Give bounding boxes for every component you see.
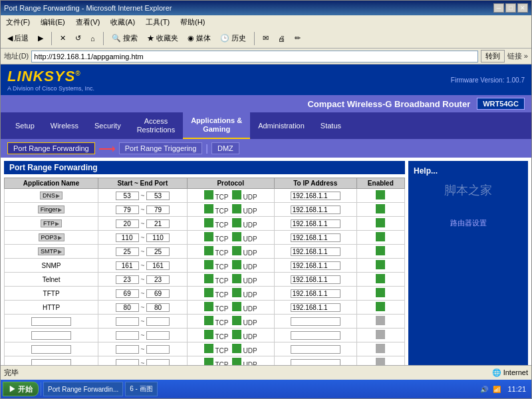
- taskbar-item-ie[interactable]: Port Range Forwardin...: [43, 382, 123, 396]
- start-port-input[interactable]: [116, 192, 139, 200]
- links-button[interactable]: 链接 »: [507, 51, 528, 61]
- udp-button[interactable]: [232, 190, 241, 200]
- media-button[interactable]: ◉ 媒体: [184, 31, 214, 45]
- enabled-button[interactable]: [376, 316, 385, 325]
- enabled-button[interactable]: [376, 274, 385, 283]
- close-button[interactable]: ✕: [517, 3, 528, 13]
- app-name-button[interactable]: POP3 ▶: [39, 233, 65, 241]
- sub-nav-port-range-triggering[interactable]: Port Range Triggering: [119, 142, 203, 154]
- start-port-input[interactable]: [116, 303, 139, 312]
- start-button[interactable]: ▶ 开始: [3, 382, 39, 396]
- ip-address-input[interactable]: [291, 317, 340, 326]
- udp-button[interactable]: [232, 246, 241, 255]
- app-name-button[interactable]: Finger ▶: [38, 205, 65, 213]
- end-port-input[interactable]: [146, 205, 170, 214]
- home-button[interactable]: ⌂: [87, 33, 98, 45]
- ip-address-input[interactable]: [291, 345, 340, 354]
- udp-button[interactable]: [232, 288, 241, 297]
- tcp-button[interactable]: [204, 344, 213, 353]
- udp-button[interactable]: [232, 316, 241, 325]
- history-button[interactable]: 🕒 历史: [217, 31, 249, 45]
- minimize-button[interactable]: ─: [493, 3, 504, 13]
- start-port-input[interactable]: [116, 317, 139, 326]
- app-name-button[interactable]: FTP ▶: [41, 219, 62, 227]
- tab-security[interactable]: Security: [86, 118, 129, 134]
- tcp-button[interactable]: [204, 274, 213, 283]
- address-input[interactable]: [31, 51, 478, 63]
- start-port-input[interactable]: [116, 331, 139, 340]
- enabled-button[interactable]: [376, 190, 385, 200]
- ip-address-input[interactable]: [291, 275, 340, 284]
- end-port-input[interactable]: [146, 317, 170, 326]
- ip-address-input[interactable]: [291, 359, 340, 365]
- enabled-button[interactable]: [376, 218, 385, 227]
- ip-address-input[interactable]: [291, 219, 340, 228]
- favorites-button[interactable]: ★ 收藏夹: [144, 31, 182, 45]
- app-name-input[interactable]: [31, 317, 71, 326]
- udp-button[interactable]: [232, 330, 241, 339]
- enabled-button[interactable]: [376, 246, 385, 255]
- udp-button[interactable]: [232, 232, 241, 241]
- end-port-input[interactable]: [146, 275, 170, 284]
- maximize-button[interactable]: □: [505, 3, 516, 13]
- enabled-button[interactable]: [376, 302, 385, 311]
- ip-address-input[interactable]: [291, 205, 340, 214]
- tab-wireless[interactable]: Wireless: [43, 118, 86, 134]
- end-port-input[interactable]: [146, 303, 170, 312]
- start-port-input[interactable]: [116, 289, 139, 298]
- tcp-button[interactable]: [204, 358, 213, 365]
- menu-view[interactable]: 查看(V): [74, 17, 102, 28]
- taskbar-item-paint[interactable]: 6 - 画图: [125, 382, 157, 396]
- start-port-input[interactable]: [116, 247, 139, 256]
- tcp-button[interactable]: [204, 232, 213, 241]
- start-port-input[interactable]: [116, 233, 139, 242]
- refresh-button[interactable]: ↺: [72, 32, 84, 45]
- ip-address-input[interactable]: [291, 303, 340, 312]
- forward-button[interactable]: ▶: [35, 32, 47, 45]
- tcp-button[interactable]: [204, 302, 213, 311]
- app-name-input[interactable]: [31, 359, 71, 365]
- menu-file[interactable]: 文件(F): [4, 17, 32, 28]
- tab-applications-gaming[interactable]: Applications &Gaming: [183, 112, 250, 139]
- udp-button[interactable]: [232, 344, 241, 353]
- app-name-button[interactable]: DNS ▶: [40, 192, 63, 200]
- end-port-input[interactable]: [146, 233, 170, 242]
- tab-setup[interactable]: Setup: [7, 118, 43, 134]
- menu-tools[interactable]: 工具(T): [144, 17, 172, 28]
- udp-button[interactable]: [232, 358, 241, 365]
- mail-button[interactable]: ✉: [259, 32, 272, 45]
- tcp-button[interactable]: [204, 246, 213, 255]
- sub-nav-port-range-forwarding[interactable]: Port Range Forwarding: [7, 142, 95, 154]
- search-button[interactable]: 🔍 搜索: [108, 31, 141, 45]
- end-port-input[interactable]: [146, 219, 170, 228]
- udp-button[interactable]: [232, 218, 241, 227]
- enabled-button[interactable]: [376, 330, 385, 339]
- end-port-input[interactable]: [146, 247, 170, 256]
- end-port-input[interactable]: [146, 345, 170, 354]
- start-port-input[interactable]: [116, 261, 139, 270]
- udp-button[interactable]: [232, 260, 241, 269]
- enabled-button[interactable]: [376, 358, 385, 365]
- tcp-button[interactable]: [204, 330, 213, 339]
- enabled-button[interactable]: [376, 204, 385, 213]
- go-button[interactable]: 转到: [481, 50, 505, 63]
- enabled-button[interactable]: [376, 288, 385, 297]
- end-port-input[interactable]: [146, 331, 170, 340]
- enabled-button[interactable]: [376, 344, 385, 353]
- print-button[interactable]: 🖨: [275, 33, 289, 45]
- ip-address-input[interactable]: [291, 331, 340, 340]
- menu-help[interactable]: 帮助(H): [178, 17, 207, 28]
- tab-access-restrictions[interactable]: AccessRestrictions: [129, 113, 183, 138]
- ip-address-input[interactable]: [291, 192, 340, 200]
- tab-status[interactable]: Status: [313, 118, 349, 134]
- end-port-input[interactable]: [146, 192, 170, 200]
- sub-nav-dmz[interactable]: DMZ: [211, 142, 239, 154]
- ip-address-input[interactable]: [291, 233, 340, 242]
- enabled-button[interactable]: [376, 260, 385, 269]
- ip-address-input[interactable]: [291, 247, 340, 256]
- tcp-button[interactable]: [204, 218, 213, 227]
- edit-button[interactable]: ✏: [291, 32, 304, 45]
- tab-administration[interactable]: Administration: [250, 118, 313, 134]
- ip-address-input[interactable]: [291, 289, 340, 298]
- start-port-input[interactable]: [116, 205, 139, 214]
